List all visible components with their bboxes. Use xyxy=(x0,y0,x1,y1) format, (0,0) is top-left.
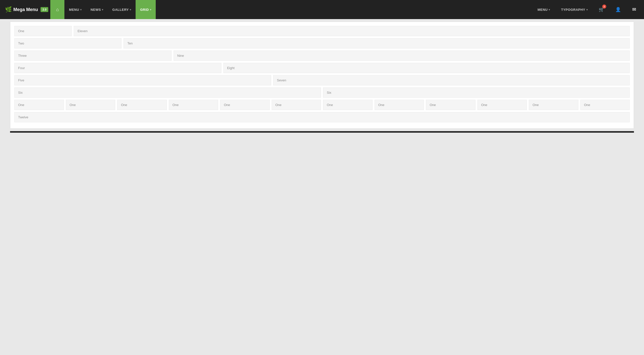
grid-cell-one-5: One xyxy=(220,100,270,110)
grid-cell-one: One xyxy=(14,26,72,36)
grid-cell-one-7: One xyxy=(323,100,373,110)
grid-cell-nine: Nine xyxy=(174,50,630,61)
grid-cell-one-9: One xyxy=(426,100,475,110)
navbar: 🌿 Mega Menu 2.0 ⌂ MENU ▾ NEWS ▾ GALLERY … xyxy=(0,0,644,19)
bottom-divider xyxy=(10,131,634,133)
chevron-down-icon: ▾ xyxy=(586,8,588,11)
grid-cell-one-6: One xyxy=(272,100,321,110)
grid-cell-one-12: One xyxy=(580,100,630,110)
grid-row-8: Twelve xyxy=(14,112,630,122)
chevron-down-icon: ▾ xyxy=(80,8,82,11)
grid-cell-one-11: One xyxy=(529,100,578,110)
chevron-down-icon: ▾ xyxy=(130,8,131,11)
chevron-down-icon: ▾ xyxy=(102,8,103,11)
grid-cell-four: Four xyxy=(14,63,221,73)
grid-cell-eight: Eight xyxy=(223,63,630,73)
grid-cell-one-10: One xyxy=(477,100,527,110)
nav-item-news[interactable]: NEWS ▾ xyxy=(86,0,108,19)
grid-cell-five: Five xyxy=(14,75,271,85)
version-badge: 2.0 xyxy=(41,7,48,12)
home-icon: ⌂ xyxy=(56,7,59,12)
grid-cell-three: Three xyxy=(14,50,172,61)
nav-item-gallery[interactable]: GALLERY ▾ xyxy=(108,0,136,19)
grid-row-2: Two Ten xyxy=(14,38,630,48)
grid-cell-one-3: One xyxy=(117,100,167,110)
user-button[interactable]: 👤 xyxy=(612,0,624,19)
brand-name: Mega Menu xyxy=(13,7,38,12)
nav-left-items: MENU ▾ NEWS ▾ GALLERY ▾ GRID ▾ xyxy=(64,0,534,19)
nav-item-typography[interactable]: TYPOGRAPHY ▾ xyxy=(558,0,591,19)
grid-cell-one-1: One xyxy=(14,100,64,110)
user-icon: 👤 xyxy=(615,7,621,12)
cart-button[interactable]: 🛒 2 xyxy=(596,0,607,19)
grid-cell-one-4: One xyxy=(169,100,218,110)
nav-item-menu-right[interactable]: MENU ▾ xyxy=(535,0,553,19)
grid-cell-eleven: Eleven xyxy=(74,26,630,36)
grid-cell-one-8: One xyxy=(375,100,424,110)
grid-cell-one-2: One xyxy=(66,100,115,110)
main-content: One Eleven Two Ten Three Nine Four Eight xyxy=(10,22,634,129)
home-button[interactable]: ⌂ xyxy=(50,0,64,19)
chevron-down-icon: ▾ xyxy=(150,8,151,11)
nav-item-menu[interactable]: MENU ▾ xyxy=(64,0,86,19)
grid-row-1: One Eleven xyxy=(14,26,630,36)
chevron-down-icon: ▾ xyxy=(549,8,550,11)
leaf-icon: 🌿 xyxy=(5,6,12,13)
grid-cell-six-right: Six xyxy=(323,87,630,98)
grid-cell-ten: Ten xyxy=(124,38,630,48)
mail-button[interactable]: ✉ xyxy=(629,0,639,19)
nav-right: MENU ▾ TYPOGRAPHY ▾ 🛒 2 👤 ✉ xyxy=(535,0,639,19)
grid-row-5: Five Seven xyxy=(14,75,630,85)
cart-badge: 2 xyxy=(602,5,606,9)
grid-row-6: Six Six xyxy=(14,87,630,98)
grid-cell-six-left: Six xyxy=(14,87,321,98)
grid-row-3: Three Nine xyxy=(14,50,630,61)
nav-item-grid[interactable]: GRID ▾ xyxy=(136,0,156,19)
brand: 🌿 Mega Menu 2.0 xyxy=(5,6,48,13)
grid-cell-two: Two xyxy=(14,38,122,48)
grid-cell-twelve: Twelve xyxy=(14,112,630,122)
mail-icon: ✉ xyxy=(632,7,636,12)
grid-row-7: One One One One One One One One One One xyxy=(14,100,630,110)
grid-row-4: Four Eight xyxy=(14,63,630,73)
grid-cell-seven: Seven xyxy=(273,75,630,85)
